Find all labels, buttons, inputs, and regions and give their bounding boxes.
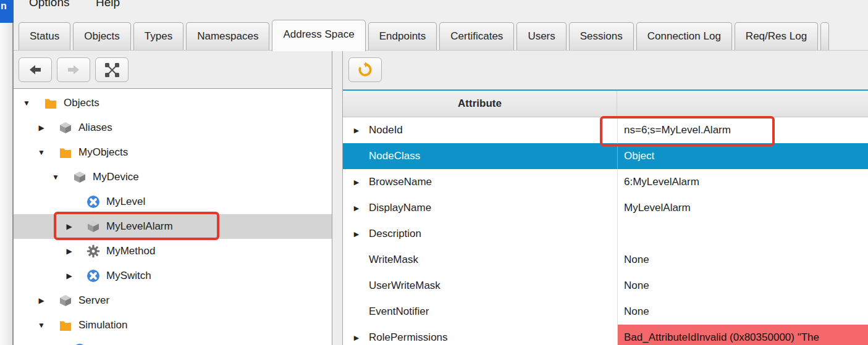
tree-item-simulation[interactable]: ▼ Simulation	[14, 313, 332, 338]
attribute-column-header[interactable]: Attribute	[343, 91, 617, 117]
expand-arrow-icon[interactable]: ▶	[36, 123, 46, 132]
graph-view-button[interactable]	[95, 57, 129, 82]
attribute-value: 6:MyLevelAlarm	[617, 169, 868, 195]
tab-endpoints[interactable]: Endpoints	[368, 22, 437, 50]
tree-item-label: MyDevice	[93, 171, 139, 183]
tree-item-mylevel[interactable]: MyLevel	[14, 189, 332, 214]
object-cube-icon	[73, 170, 86, 184]
tree-item-clipped[interactable]	[14, 338, 332, 345]
attribute-row-rolepermissions[interactable]: ▶RolePermissions Bad_AttributeIdInvalid …	[343, 325, 868, 345]
refresh-icon	[357, 62, 373, 78]
tree-item-label: Server	[78, 294, 109, 307]
method-gear-icon	[86, 244, 100, 258]
tab-objects[interactable]: Objects	[73, 22, 131, 50]
attribute-row-browsename[interactable]: ▶BrowseName 6:MyLevelAlarm	[343, 169, 868, 195]
tree-item-label: Objects	[64, 97, 99, 109]
tab-partial[interactable]	[820, 22, 829, 50]
attribute-value: None	[617, 273, 868, 299]
expand-arrow-icon[interactable]: ▶	[36, 296, 46, 305]
opcua-app-window: Options Help Status Objects Types Namesp…	[14, 0, 868, 345]
tree-item-label: MyLevel	[106, 196, 145, 208]
tree-item-mymethod[interactable]: ▶	[14, 239, 332, 264]
attribute-name: WriteMask	[369, 254, 418, 266]
browser-window-edge	[0, 0, 14, 345]
value-column-header[interactable]	[617, 91, 868, 117]
attribute-name: Description	[369, 228, 421, 240]
attribute-name: NodeId	[369, 124, 403, 136]
menu-bar: Options Help	[14, 0, 868, 19]
attributes-panel: Attribute ▶NodeId ns=6;s=MyLevel.Alarm N…	[342, 51, 868, 345]
expand-arrow-icon[interactable]: ▶	[64, 272, 74, 280]
object-cube-icon	[86, 220, 100, 233]
expand-arrow-icon[interactable]: ▶	[352, 334, 361, 342]
expand-arrow-icon[interactable]: ▶	[64, 222, 74, 231]
folder-icon	[59, 146, 72, 159]
attribute-name: BrowseName	[369, 176, 432, 188]
attribute-row-nodeid[interactable]: ▶NodeId ns=6;s=MyLevel.Alarm	[343, 117, 868, 143]
tab-address-space[interactable]: Address Space	[272, 20, 365, 51]
attribute-name: RolePermissions	[369, 331, 448, 344]
attribute-row-writemask[interactable]: WriteMask None	[343, 247, 868, 273]
attribute-row-displayname[interactable]: ▶DisplayName MyLevelAlarm	[343, 195, 868, 221]
expand-arrow-icon[interactable]: ▶	[352, 178, 361, 186]
diagram-icon	[104, 62, 120, 78]
browser-tab-label: n	[1, 1, 7, 12]
attributes-table: Attribute ▶NodeId ns=6;s=MyLevel.Alarm N…	[343, 89, 868, 345]
tree-item-label: Aliases	[78, 122, 112, 134]
expand-arrow-icon[interactable]: ▶	[352, 204, 361, 212]
attribute-value	[617, 221, 868, 247]
attribute-row-eventnotifier[interactable]: EventNotifier None	[343, 299, 868, 325]
tab-types[interactable]: Types	[133, 22, 183, 50]
tab-status[interactable]: Status	[19, 22, 70, 50]
tab-users[interactable]: Users	[516, 22, 566, 50]
attribute-row-description[interactable]: ▶Description	[343, 221, 868, 247]
attribute-row-nodeclass[interactable]: NodeClass Object	[343, 143, 868, 169]
attribute-value: Object	[617, 143, 868, 169]
folder-icon	[44, 96, 57, 110]
tab-connection-log[interactable]: Connection Log	[636, 22, 732, 50]
variable-icon	[86, 195, 100, 209]
refresh-button[interactable]	[348, 57, 382, 82]
tree-item-myswitch[interactable]: ▶ MySwitch	[14, 264, 332, 288]
browser-tab[interactable]: n	[0, 0, 14, 23]
expand-arrow-icon[interactable]: ▶	[352, 230, 361, 238]
forward-icon	[66, 63, 81, 77]
attribute-value: None	[617, 247, 868, 273]
attribute-name: DisplayName	[369, 202, 431, 214]
tree-item-objects[interactable]: ▼ Objects	[14, 91, 332, 115]
tree-panel: ▼ Objects ▶ Aliases ▼	[14, 51, 332, 345]
menu-help[interactable]: Help	[96, 0, 120, 9]
collapse-arrow-icon[interactable]: ▼	[51, 173, 61, 181]
expand-arrow-icon[interactable]: ▶	[352, 127, 361, 135]
collapse-arrow-icon[interactable]: ▼	[36, 148, 46, 157]
object-cube-icon	[59, 294, 72, 307]
forward-button[interactable]	[57, 57, 90, 82]
attribute-value: ns=6;s=MyLevel.Alarm	[617, 117, 868, 143]
table-header: Attribute	[343, 91, 868, 117]
tab-sessions[interactable]: Sessions	[569, 22, 634, 50]
folder-icon	[59, 318, 72, 332]
tree-item-label: MyLevelAlarm	[106, 220, 173, 233]
tab-certificates[interactable]: Certificates	[439, 22, 514, 50]
back-icon	[28, 63, 43, 77]
tree-item-myobjects[interactable]: ▼ MyObjects	[14, 140, 332, 165]
tree-item-mylevelalarm[interactable]: ▶ MyLevelAlarm	[14, 214, 332, 239]
attribute-name: UserWriteMask	[369, 280, 440, 292]
expand-arrow-icon[interactable]: ▶	[64, 247, 74, 256]
tree-item-label: MySwitch	[106, 270, 151, 282]
menu-options[interactable]: Options	[29, 0, 69, 9]
attribute-value-error: Bad_AttributeIdInvalid (0x80350000) "The	[617, 325, 868, 345]
collapse-arrow-icon[interactable]: ▼	[36, 321, 46, 330]
tab-bar: Status Objects Types Namespaces Address …	[14, 19, 868, 51]
tree-item-mydevice[interactable]: ▼ MyDevice	[14, 165, 332, 189]
tree-item-server[interactable]: ▶ Server	[14, 288, 332, 313]
attribute-name: EventNotifier	[369, 306, 429, 318]
tree-item-label: Simulation	[78, 319, 127, 331]
collapse-arrow-icon[interactable]: ▼	[22, 99, 32, 107]
address-space-tree: ▼ Objects ▶ Aliases ▼	[14, 88, 332, 345]
tab-reqres-log[interactable]: Req/Res Log	[735, 22, 818, 50]
back-button[interactable]	[19, 57, 52, 82]
attribute-row-userwritemask[interactable]: UserWriteMask None	[343, 273, 868, 299]
tab-namespaces[interactable]: Namespaces	[186, 22, 269, 50]
tree-item-aliases[interactable]: ▶ Aliases	[14, 115, 332, 140]
